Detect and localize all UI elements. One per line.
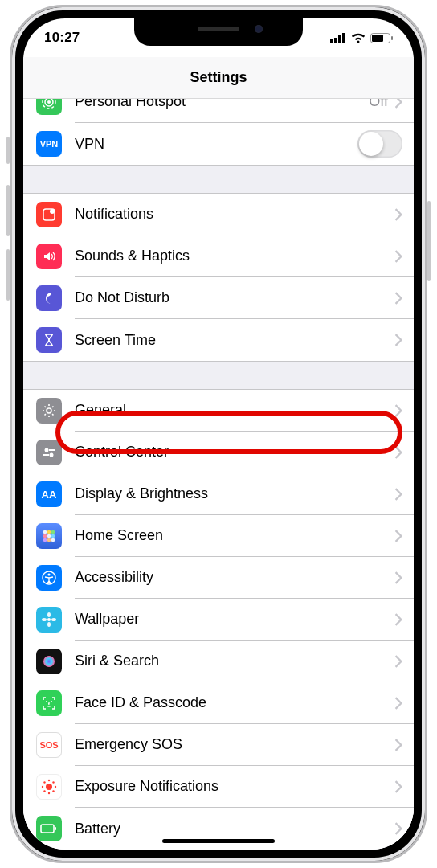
svg-point-31 bbox=[42, 618, 47, 621]
gear-icon bbox=[36, 398, 62, 424]
row-control-center[interactable]: Control Center bbox=[23, 432, 414, 473]
svg-point-27 bbox=[47, 573, 50, 575]
chevron-icon bbox=[394, 208, 402, 221]
chevron-icon bbox=[394, 822, 402, 835]
vpn-toggle[interactable] bbox=[357, 130, 402, 158]
row-screen-time[interactable]: Screen Time bbox=[23, 319, 414, 361]
row-sounds[interactable]: Sounds & Haptics bbox=[23, 235, 414, 277]
status-time: 10:27 bbox=[44, 30, 80, 46]
row-vpn[interactable]: VPN VPN bbox=[23, 123, 414, 165]
chevron-icon bbox=[394, 613, 402, 626]
vpn-label: VPN bbox=[75, 136, 351, 153]
chevron-icon bbox=[394, 488, 402, 501]
chevron-icon bbox=[394, 739, 402, 751]
sos-icon: SOS bbox=[36, 732, 62, 758]
svg-rect-22 bbox=[51, 534, 55, 538]
row-home-screen[interactable]: Home Screen bbox=[23, 515, 414, 557]
device-frame: 10:27 Settings bbox=[10, 5, 427, 863]
row-sos[interactable]: SOS Emergency SOS bbox=[23, 724, 414, 766]
svg-rect-24 bbox=[47, 538, 51, 542]
sliders-icon bbox=[36, 440, 62, 465]
section-connectivity: Personal Hotspot Off VPN VPN bbox=[23, 99, 414, 166]
general-label: General bbox=[75, 402, 388, 419]
wifi-icon bbox=[351, 33, 366, 43]
row-dnd[interactable]: Do Not Disturb bbox=[23, 277, 414, 319]
svg-point-12 bbox=[47, 408, 51, 413]
svg-point-29 bbox=[47, 612, 51, 617]
battery-icon bbox=[370, 33, 393, 43]
row-wallpaper[interactable]: Wallpaper bbox=[23, 599, 414, 641]
battery-row-icon bbox=[36, 816, 62, 841]
hotspot-label: Personal Hotspot bbox=[75, 99, 362, 110]
screentime-label: Screen Time bbox=[75, 332, 388, 349]
row-display[interactable]: AA Display & Brightness bbox=[23, 473, 414, 515]
row-personal-hotspot[interactable]: Personal Hotspot Off bbox=[23, 99, 414, 123]
hourglass-icon bbox=[36, 327, 62, 353]
svg-point-7 bbox=[47, 100, 51, 104]
svg-point-37 bbox=[48, 780, 50, 781]
chevron-icon bbox=[394, 655, 402, 668]
svg-point-42 bbox=[52, 781, 54, 783]
faceid-icon bbox=[36, 690, 62, 716]
wallpaper-label: Wallpaper bbox=[75, 611, 388, 628]
row-battery[interactable]: Battery bbox=[23, 808, 414, 850]
svg-point-41 bbox=[43, 781, 45, 783]
row-accessibility[interactable]: Accessibility bbox=[23, 557, 414, 599]
svg-point-40 bbox=[55, 786, 56, 788]
svg-point-11 bbox=[50, 209, 55, 214]
svg-point-38 bbox=[48, 792, 50, 794]
svg-rect-1 bbox=[334, 38, 337, 43]
row-faceid[interactable]: Face ID & Passcode bbox=[23, 682, 414, 724]
svg-rect-45 bbox=[41, 825, 54, 833]
svg-point-33 bbox=[43, 656, 55, 667]
settings-list[interactable]: Personal Hotspot Off VPN VPN bbox=[23, 99, 414, 850]
svg-rect-17 bbox=[43, 530, 47, 534]
row-siri[interactable]: Siri & Search bbox=[23, 641, 414, 682]
vpn-icon: VPN bbox=[36, 131, 62, 157]
svg-rect-0 bbox=[330, 39, 333, 43]
svg-rect-16 bbox=[43, 454, 49, 456]
textsize-icon: AA bbox=[36, 481, 62, 507]
chevron-icon bbox=[394, 780, 402, 793]
svg-rect-21 bbox=[47, 534, 51, 538]
svg-point-32 bbox=[51, 618, 56, 621]
svg-rect-46 bbox=[55, 827, 56, 830]
row-notifications[interactable]: Notifications bbox=[23, 194, 414, 235]
chevron-icon bbox=[394, 334, 402, 346]
controlcenter-label: Control Center bbox=[75, 444, 388, 461]
chevron-icon bbox=[394, 292, 402, 305]
battery-label: Battery bbox=[75, 821, 388, 837]
faceid-label: Face ID & Passcode bbox=[75, 694, 388, 711]
section-general: General Control Center AA bbox=[23, 389, 414, 850]
home-indicator[interactable] bbox=[162, 839, 275, 843]
hotspot-icon bbox=[36, 99, 62, 115]
svg-rect-25 bbox=[51, 538, 55, 542]
exposure-label: Exposure Notifications bbox=[75, 778, 388, 795]
svg-point-28 bbox=[47, 618, 51, 621]
svg-point-35 bbox=[51, 701, 52, 702]
sounds-label: Sounds & Haptics bbox=[75, 248, 388, 264]
sounds-icon bbox=[36, 244, 62, 269]
svg-rect-19 bbox=[51, 530, 55, 534]
svg-rect-2 bbox=[338, 35, 341, 43]
chevron-icon bbox=[394, 250, 402, 263]
svg-point-14 bbox=[50, 453, 54, 457]
chevron-icon bbox=[394, 404, 402, 417]
accessibility-label: Accessibility bbox=[75, 569, 388, 586]
power-button bbox=[427, 201, 431, 281]
svg-point-30 bbox=[47, 622, 51, 627]
svg-point-43 bbox=[43, 790, 45, 792]
svg-point-44 bbox=[52, 790, 54, 792]
svg-rect-20 bbox=[43, 534, 47, 538]
grid-icon bbox=[36, 523, 62, 549]
display-label: Display & Brightness bbox=[75, 485, 388, 502]
row-exposure[interactable]: Exposure Notifications bbox=[23, 766, 414, 808]
row-general[interactable]: General bbox=[23, 390, 414, 432]
chevron-icon bbox=[394, 697, 402, 710]
svg-point-39 bbox=[42, 786, 43, 788]
sos-label: Emergency SOS bbox=[75, 736, 388, 753]
chevron-icon bbox=[394, 446, 402, 459]
hotspot-detail: Off bbox=[369, 99, 388, 110]
svg-rect-5 bbox=[372, 35, 383, 42]
svg-rect-18 bbox=[47, 530, 51, 534]
